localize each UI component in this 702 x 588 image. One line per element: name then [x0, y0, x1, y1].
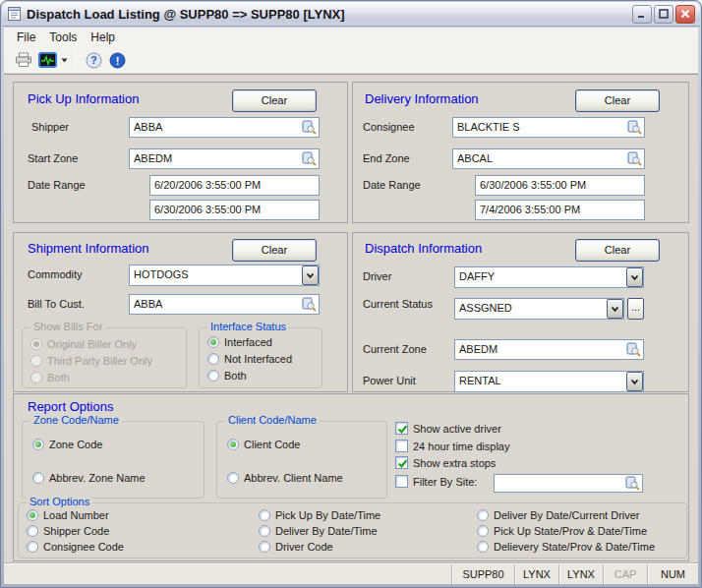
radio-load-number[interactable]: Load Number	[27, 509, 109, 521]
delivery-group: Delivery Information Clear Consignee BLA…	[352, 82, 689, 223]
checkmark-icon	[397, 424, 408, 435]
dispatch-clear-button[interactable]: Clear	[575, 239, 660, 262]
radio-label: Consignee Code	[43, 541, 124, 553]
radio-zone-code[interactable]: Zone Code	[32, 439, 102, 450]
current-status-combo[interactable]: ASSGNED	[454, 298, 624, 320]
start-zone-field[interactable]: ABEDM	[129, 148, 320, 169]
radio-delivery-state-prov-datetime[interactable]: Delievery State/Prov & Date/Time	[477, 541, 655, 553]
zone-code-name-fieldset: Zone Code/Name Zone Code Abbrev. Zone Na…	[22, 421, 205, 499]
sort-options-fieldset: Sort Options Load Number Shipper Code Co…	[18, 502, 687, 559]
radio-driver-code[interactable]: Driver Code	[259, 541, 333, 553]
status-panel-db: LYNX	[558, 564, 603, 584]
status-bar: SUPP80 LYNX LYNX CAP NUM	[4, 563, 698, 584]
shipper-field[interactable]: ABBA	[129, 117, 320, 138]
checkbox-filter-by-site[interactable]: Filter By Site:	[395, 475, 477, 488]
print-button[interactable]	[12, 49, 35, 71]
pickup-clear-button[interactable]: Clear	[232, 89, 317, 112]
current-status-ellipsis-button[interactable]: ...	[627, 298, 644, 320]
lookup-icon[interactable]	[302, 297, 317, 312]
title-bar[interactable]: Dispatch Load Listing @ SUPP80 => SUPP80…	[2, 2, 700, 27]
bill-to-field[interactable]: ABBA	[129, 294, 320, 315]
start-zone-label: Start Zone	[28, 152, 78, 164]
pickup-date-to-field[interactable]: 6/30/2006 3:55:00 PM	[149, 200, 320, 220]
radio-icon	[207, 353, 219, 365]
checkbox-show-active-driver[interactable]: Show active driver	[395, 422, 501, 435]
minimize-button[interactable]	[632, 5, 652, 24]
shipment-clear-button[interactable]: Clear	[232, 239, 317, 262]
delivery-date-from-field[interactable]: 6/30/2006 3:55:00 PM	[475, 175, 645, 196]
help-button[interactable]: ?	[82, 49, 105, 71]
monitor-dropdown-caret[interactable]	[59, 49, 69, 71]
monitor-button[interactable]	[35, 49, 59, 71]
pickup-date-from-field[interactable]: 6/20/2006 3:55:00 PM	[149, 175, 320, 196]
menu-file[interactable]: File	[10, 29, 42, 46]
svg-text:!: !	[115, 54, 119, 66]
commodity-combo[interactable]: HOTDOGS	[129, 265, 320, 286]
radio-icon	[32, 472, 44, 484]
show-bills-for-fieldset: Show Bills For Original Biller Only Thir…	[22, 327, 187, 388]
radio-icon	[477, 525, 489, 537]
radio-client-code[interactable]: Client Code	[227, 439, 300, 450]
lookup-icon[interactable]	[627, 120, 642, 135]
power-unit-value: RENTAL	[459, 375, 501, 386]
interface-status-fieldset: Interface Status Interfaced Not Interfac…	[199, 327, 322, 388]
power-unit-dropdown-button[interactable]	[626, 372, 643, 391]
radio-not-interfaced[interactable]: Not Interfaced	[207, 353, 292, 365]
radio-pickup-by-datetime[interactable]: Pick Up By Date/Time	[259, 509, 380, 521]
bill-to-label: Bill To Cust.	[28, 298, 85, 310]
radio-label: Abbrev. Client Name	[244, 472, 343, 484]
start-zone-value: ABEDM	[134, 152, 172, 164]
radio-third-party-biller-only[interactable]: Third Party Biller Only	[30, 355, 152, 367]
minimize-icon	[637, 10, 647, 19]
power-unit-label: Power Unit	[363, 375, 416, 386]
maximize-button[interactable]	[654, 5, 673, 24]
show-bills-for-caption: Show Bills For	[30, 321, 105, 332]
power-unit-combo[interactable]: RENTAL	[454, 371, 644, 392]
radio-icon	[477, 509, 489, 521]
dispatch-group-title: Dispatch Information	[365, 241, 482, 256]
radio-icon	[27, 525, 38, 537]
radio-show-bills-both[interactable]: Both	[30, 372, 70, 383]
radio-original-biller-only[interactable]: Original Biller Only	[30, 338, 137, 350]
close-button[interactable]	[675, 5, 695, 24]
lookup-icon[interactable]	[302, 151, 317, 166]
chevron-down-icon	[611, 306, 619, 313]
driver-combo[interactable]: DAFFY	[454, 266, 644, 288]
print-icon	[15, 52, 32, 68]
checkbox-24-hour-time[interactable]: 24 hour time display	[395, 440, 509, 452]
checkbox-show-extra-stops[interactable]: Show extra stops	[395, 456, 496, 469]
lookup-icon[interactable]	[302, 120, 317, 135]
delivery-date-from-value: 6/30/2006 3:55:00 PM	[480, 179, 586, 191]
driver-dropdown-button[interactable]	[626, 267, 643, 287]
radio-deliver-by-datetime[interactable]: Deliver By Date/Time	[259, 525, 378, 537]
commodity-dropdown-button[interactable]	[302, 265, 319, 285]
radio-abbrev-client-name[interactable]: Abbrev. Client Name	[227, 472, 343, 484]
radio-deliver-by-date-current-driver[interactable]: Deliver By Date/Current Driver	[477, 509, 640, 521]
radio-icon	[259, 525, 270, 537]
current-status-dropdown-button[interactable]	[607, 299, 623, 319]
pickup-date-range-label: Date Range	[28, 179, 86, 191]
delivery-date-to-field[interactable]: 7/4/2006 3:55:00 PM	[475, 200, 645, 220]
radio-interface-both[interactable]: Both	[207, 370, 247, 382]
lookup-icon[interactable]	[626, 342, 641, 357]
radio-pickup-state-prov-datetime[interactable]: Pick Up State/Prov & Date/Time	[477, 525, 647, 537]
filter-by-site-field[interactable]	[494, 474, 643, 493]
end-zone-field[interactable]: ABCAL	[452, 148, 645, 169]
checkbox-label: Filter By Site:	[413, 476, 477, 488]
lookup-icon[interactable]	[625, 476, 640, 491]
info-button[interactable]: !	[105, 49, 129, 71]
radio-label: Driver Code	[275, 541, 333, 553]
caret-down-icon	[61, 58, 68, 63]
radio-icon	[27, 541, 38, 553]
menu-help[interactable]: Help	[84, 29, 122, 46]
delivery-clear-button[interactable]: Clear	[575, 89, 660, 112]
current-zone-field[interactable]: ABEDM	[454, 339, 644, 360]
status-panel-spring	[4, 564, 451, 584]
radio-abbrev-zone-name[interactable]: Abbrev. Zone Name	[32, 472, 146, 484]
lookup-icon[interactable]	[627, 151, 642, 166]
radio-consignee-code[interactable]: Consignee Code	[27, 541, 124, 553]
menu-tools[interactable]: Tools	[42, 29, 84, 46]
radio-shipper-code[interactable]: Shipper Code	[27, 525, 109, 537]
radio-interfaced[interactable]: Interfaced	[207, 336, 272, 348]
consignee-field[interactable]: BLACKTIE S	[452, 117, 645, 138]
